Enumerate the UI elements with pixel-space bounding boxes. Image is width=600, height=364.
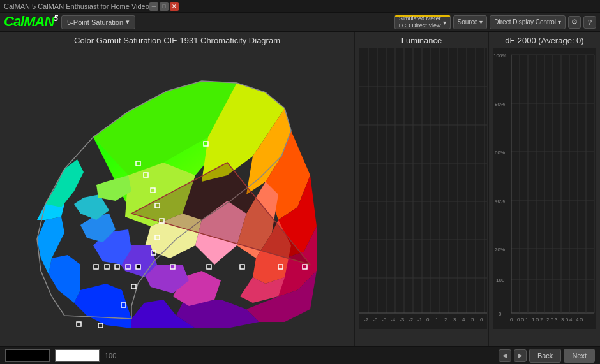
svg-rect-35: [136, 265, 140, 269]
maximize-button[interactable]: □: [160, 2, 169, 11]
svg-text:1: 1: [435, 317, 439, 323]
main-content: Color Gamut Saturation CIE 1931 Chromati…: [0, 32, 600, 346]
chevron-down-icon: ▾: [479, 18, 483, 25]
svg-text:60%: 60%: [495, 150, 505, 156]
svg-text:3: 3: [453, 317, 456, 323]
svg-text:2: 2: [540, 317, 543, 323]
svg-text:-7: -7: [364, 317, 369, 323]
workflow-dropdown[interactable]: 5-Point Saturation ▾: [61, 15, 135, 29]
help-button[interactable]: ?: [583, 16, 596, 29]
svg-text:2.5: 2.5: [546, 317, 554, 323]
svg-text:-1: -1: [417, 317, 423, 323]
svg-text:4.5: 4.5: [576, 317, 583, 323]
chevron-down-icon: ▾: [126, 18, 130, 26]
svg-text:0: 0: [510, 317, 513, 323]
gear-icon: ⚙: [571, 18, 578, 26]
settings-button[interactable]: ⚙: [568, 16, 581, 29]
cie-title: Color Gamut Saturation CIE 1931 Chromati…: [4, 36, 350, 45]
black-swatch: [5, 349, 50, 362]
next-button[interactable]: Next: [564, 349, 595, 363]
chevron-down-icon: ▾: [443, 19, 446, 26]
svg-text:0: 0: [499, 311, 502, 317]
svg-text:100%: 100%: [493, 53, 506, 59]
de-chart: 100% 80% 60% 40% 20% 100 0 0 0.5 1 1.5 2…: [493, 48, 596, 328]
title-bar: CalMAN 5 CalMAN Enthusiast for Home Vide…: [0, 0, 600, 13]
svg-text:40%: 40%: [495, 198, 505, 204]
svg-text:80%: 80%: [495, 101, 505, 107]
svg-text:20%: 20%: [495, 247, 505, 252]
svg-text:1.5: 1.5: [532, 317, 539, 323]
svg-text:-6: -6: [373, 317, 378, 323]
svg-rect-53: [359, 48, 487, 329]
luminance-panel: Luminance: [354, 32, 488, 346]
logo-version: 5: [54, 14, 57, 23]
white-swatch: [55, 349, 100, 362]
chevron-down-icon: ▾: [558, 18, 561, 25]
progress-value: 100: [105, 352, 116, 360]
svg-text:3: 3: [555, 317, 558, 323]
svg-text:0: 0: [426, 317, 430, 323]
de-svg: 100% 80% 60% 40% 20% 100 0 0 0.5 1 1.5 2…: [493, 48, 596, 329]
toolbar: CalMAN5 5-Point Saturation ▾ Simulated M…: [0, 13, 600, 32]
svg-text:-4: -4: [391, 317, 396, 323]
close-button[interactable]: ✕: [170, 2, 179, 11]
simulated-meter-button[interactable]: Simulated Meter LCD Direct View ▾: [394, 15, 451, 29]
svg-text:4: 4: [569, 317, 573, 323]
cie-panel: Color Gamut Saturation CIE 1931 Chromati…: [0, 32, 354, 346]
minimize-button[interactable]: ─: [149, 2, 158, 11]
display-control-label: Direct Display Control: [494, 18, 556, 25]
svg-text:3.5: 3.5: [561, 317, 569, 323]
display-control-button[interactable]: Direct Display Control ▾: [490, 15, 566, 29]
nav-prev-arrow[interactable]: ◀: [499, 349, 511, 362]
svg-text:4: 4: [462, 317, 465, 323]
svg-text:-2: -2: [409, 317, 414, 323]
svg-text:5: 5: [471, 317, 474, 323]
luminance-chart: -7 -6 -5 -4 -3 -2 -1 0 1 2 3 4 5 6: [359, 48, 486, 328]
svg-text:6: 6: [480, 317, 483, 323]
de-title: dE 2000 (Average: 0): [493, 36, 596, 45]
svg-text:-3: -3: [400, 317, 405, 323]
luminance-svg: -7 -6 -5 -4 -3 -2 -1 0 1 2 3 4 5 6: [359, 48, 487, 329]
toolbar-right: Simulated Meter LCD Direct View ▾ Source…: [394, 15, 596, 29]
svg-text:0.5: 0.5: [517, 317, 525, 323]
source-label: Source: [458, 18, 478, 25]
svg-text:-5: -5: [382, 317, 387, 323]
luminance-title: Luminance: [359, 36, 484, 45]
back-button[interactable]: Back: [529, 349, 561, 363]
window-controls: ─ □ ✕: [149, 2, 179, 11]
source-button[interactable]: Source ▾: [453, 15, 488, 29]
cie-diagram: [4, 48, 349, 328]
bottom-nav: ◀ ▶ Back Next: [499, 349, 595, 363]
question-icon: ?: [588, 18, 592, 26]
de-panel: dE 2000 (Average: 0): [488, 32, 600, 346]
nav-next-arrow[interactable]: ▶: [514, 349, 527, 362]
app-logo: CalMAN5: [4, 15, 57, 29]
svg-text:1: 1: [525, 317, 529, 323]
bottom-bar: 100 ◀ ▶ Back Next: [0, 346, 600, 364]
sim-meter-label: Simulated Meter LCD Direct View: [399, 15, 441, 29]
title-text: CalMAN 5 CalMAN Enthusiast for Home Vide…: [4, 3, 149, 10]
workflow-label: 5-Point Saturation: [67, 18, 123, 26]
svg-text:2: 2: [444, 317, 447, 323]
cie-container: dE 2000: 0 Luminance: 0: [4, 48, 349, 328]
svg-text:100: 100: [496, 277, 505, 283]
